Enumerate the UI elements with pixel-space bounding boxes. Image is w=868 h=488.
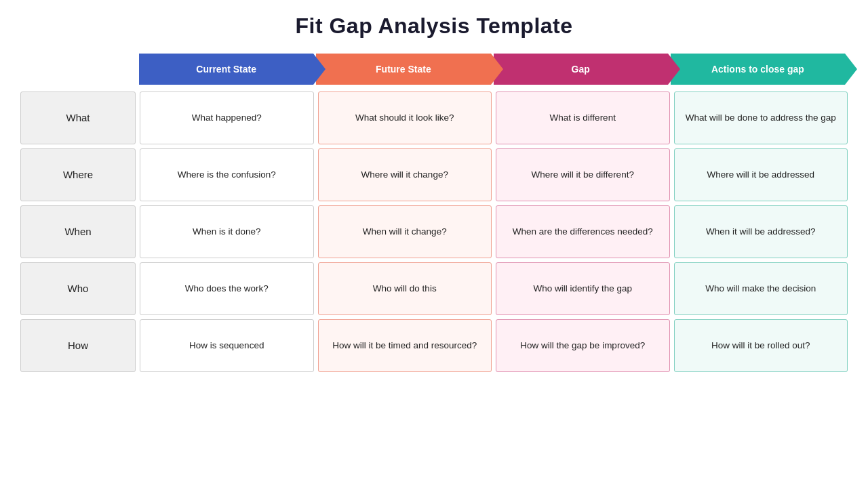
cell-current: Who does the work? xyxy=(140,262,314,315)
cell-label: How xyxy=(20,319,136,372)
cell-gap: How will the gap be improved? xyxy=(496,319,670,372)
cell-current: When is it done? xyxy=(140,205,314,258)
table-row: WhenWhen is it done?When will it change?… xyxy=(20,205,848,258)
cell-actions: What will be done to address the gap xyxy=(674,92,848,144)
cell-gap: Where will it be different? xyxy=(496,148,670,201)
cell-gap: When are the differences needed? xyxy=(496,205,670,258)
cell-future: What should it look like? xyxy=(318,92,492,144)
header-current: Current State xyxy=(139,54,313,85)
cell-future: Where will it change? xyxy=(318,148,492,201)
cell-future: Who will do this xyxy=(318,262,492,315)
cell-future: When will it change? xyxy=(318,205,492,258)
cell-future: How will it be timed and resourced? xyxy=(318,319,492,372)
table-row: WhatWhat happened?What should it look li… xyxy=(20,92,848,144)
header-future: Future State xyxy=(316,54,490,85)
header-gap: Gap xyxy=(494,54,668,85)
cell-current: How is sequenced xyxy=(140,319,314,372)
cell-current: What happened? xyxy=(140,92,314,144)
table-row: WhereWhere is the confusion?Where will i… xyxy=(20,148,848,201)
cell-actions: How will it be rolled out? xyxy=(674,319,848,372)
cell-gap: Who will identify the gap xyxy=(496,262,670,315)
cell-label: When xyxy=(20,205,136,258)
cell-current: Where is the confusion? xyxy=(140,148,314,201)
table-row: HowHow is sequencedHow will it be timed … xyxy=(20,319,848,372)
cell-label: Where xyxy=(20,148,136,201)
cell-label: What xyxy=(20,92,136,144)
header-row: Current State Future State Gap Actions t… xyxy=(20,54,848,85)
table-area: WhatWhat happened?What should it look li… xyxy=(20,92,848,372)
page-title: Fit Gap Analysis Template xyxy=(295,14,572,39)
cell-gap: What is different xyxy=(496,92,670,144)
cell-actions: When it will be addressed? xyxy=(674,205,848,258)
cell-actions: Who will make the decision xyxy=(674,262,848,315)
cell-label: Who xyxy=(20,262,136,315)
header-actions: Actions to close gap xyxy=(671,54,845,85)
cell-actions: Where will it be addressed xyxy=(674,148,848,201)
table-row: WhoWho does the work?Who will do thisWho… xyxy=(20,262,848,315)
